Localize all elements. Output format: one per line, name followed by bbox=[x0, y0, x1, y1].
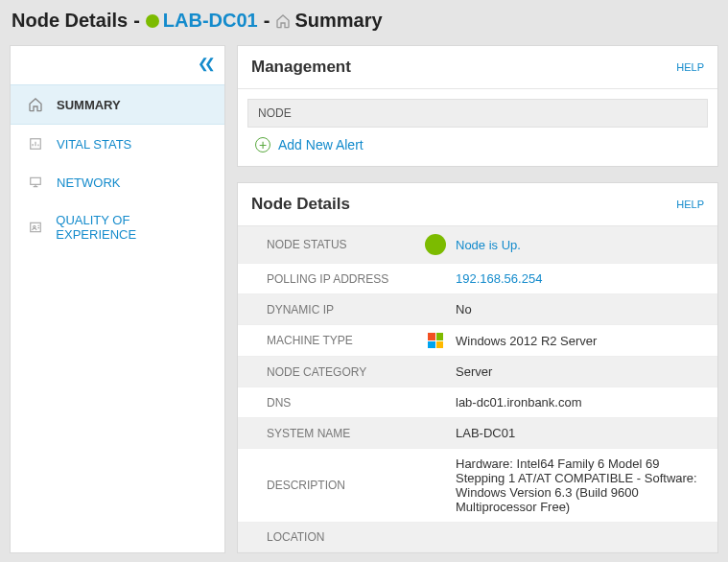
sidebar: ❮❮ SUMMARY VITAL STATS NETWORK QUALITY O… bbox=[10, 45, 225, 553]
breadcrumb: Node Details - LAB-DC01 - Summary bbox=[12, 10, 716, 32]
page-header: Node Details - LAB-DC01 - Summary bbox=[0, 0, 728, 45]
detail-value: Windows 2012 R2 Server bbox=[456, 334, 717, 348]
detail-label: POLLING IP ADDRESS bbox=[238, 272, 415, 286]
add-new-alert-link[interactable]: + Add New Alert bbox=[247, 128, 708, 156]
detail-value: Hardware: Intel64 Family 6 Model 69 Step… bbox=[456, 457, 717, 514]
detail-label: DNS bbox=[238, 396, 415, 410]
detail-label: MACHINE TYPE bbox=[238, 334, 415, 347]
help-link[interactable]: HELP bbox=[676, 199, 704, 210]
row-polling-ip: POLLING IP ADDRESS 192.168.56.254 bbox=[238, 264, 717, 294]
svg-point-3 bbox=[33, 225, 35, 227]
home-icon bbox=[28, 97, 43, 112]
monitor-icon bbox=[28, 175, 43, 190]
breadcrumb-page: Summary bbox=[294, 10, 382, 32]
separator: - bbox=[133, 10, 140, 32]
sidebar-item-label: SUMMARY bbox=[57, 98, 121, 112]
row-node-category: NODE CATEGORY Server bbox=[238, 357, 717, 387]
panel-title: Node Details bbox=[251, 195, 350, 214]
row-node-status: NODE STATUS Node is Up. bbox=[238, 226, 717, 264]
add-alert-label: Add New Alert bbox=[278, 137, 364, 152]
sidebar-item-label: QUALITY OF EXPERIENCE bbox=[56, 213, 207, 242]
chart-icon bbox=[28, 136, 43, 152]
status-dot-icon bbox=[146, 14, 159, 28]
sidebar-collapse-button[interactable]: ❮❮ bbox=[11, 46, 224, 84]
row-dns: DNS lab-dc01.ironbank.com bbox=[238, 387, 717, 418]
status-up-icon bbox=[425, 234, 446, 255]
detail-value: No bbox=[456, 302, 717, 316]
sidebar-item-qoe[interactable]: QUALITY OF EXPERIENCE bbox=[11, 201, 224, 253]
detail-value-status[interactable]: Node is Up. bbox=[456, 238, 717, 252]
detail-label: DESCRIPTION bbox=[238, 479, 415, 492]
row-description: DESCRIPTION Hardware: Intel64 Family 6 M… bbox=[238, 449, 717, 523]
detail-label: LOCATION bbox=[238, 530, 415, 544]
detail-label: SYSTEM NAME bbox=[238, 427, 415, 440]
main-content: Management HELP NODE + Add New Alert Nod… bbox=[237, 45, 718, 553]
detail-value-ip[interactable]: 192.168.56.254 bbox=[456, 271, 717, 286]
detail-label: NODE STATUS bbox=[238, 238, 415, 251]
plus-circle-icon: + bbox=[255, 137, 270, 152]
detail-label: NODE CATEGORY bbox=[238, 365, 415, 379]
sidebar-item-summary[interactable]: SUMMARY bbox=[11, 84, 224, 125]
detail-value: lab-dc01.ironbank.com bbox=[456, 395, 717, 410]
panel-node-details: Node Details HELP NODE STATUS Node is Up… bbox=[237, 182, 718, 553]
breadcrumb-prefix: Node Details bbox=[12, 10, 128, 32]
management-subhead: NODE bbox=[247, 99, 708, 128]
user-badge-icon bbox=[28, 220, 42, 235]
sidebar-item-label: VITAL STATS bbox=[57, 137, 131, 152]
row-location: LOCATION bbox=[238, 523, 717, 552]
sidebar-item-network[interactable]: NETWORK bbox=[11, 163, 224, 201]
detail-value: Server bbox=[456, 364, 717, 379]
home-icon bbox=[275, 13, 291, 29]
help-link[interactable]: HELP bbox=[676, 61, 704, 73]
windows-icon bbox=[428, 333, 443, 348]
sidebar-item-vital-stats[interactable]: VITAL STATS bbox=[11, 125, 224, 163]
sidebar-item-label: NETWORK bbox=[57, 176, 120, 190]
separator: - bbox=[264, 10, 270, 32]
chevron-left-double-icon: ❮❮ bbox=[198, 56, 211, 71]
svg-rect-1 bbox=[31, 177, 41, 184]
panel-title: Management bbox=[251, 58, 351, 77]
breadcrumb-node-link[interactable]: LAB-DC01 bbox=[163, 10, 258, 32]
row-system-name: SYSTEM NAME LAB-DC01 bbox=[238, 418, 717, 449]
panel-management: Management HELP NODE + Add New Alert bbox=[237, 45, 718, 167]
row-dynamic-ip: DYNAMIC IP No bbox=[238, 294, 717, 325]
detail-value: LAB-DC01 bbox=[456, 426, 717, 440]
row-machine-type: MACHINE TYPE Windows 2012 R2 Server bbox=[238, 325, 717, 357]
detail-label: DYNAMIC IP bbox=[238, 303, 415, 316]
